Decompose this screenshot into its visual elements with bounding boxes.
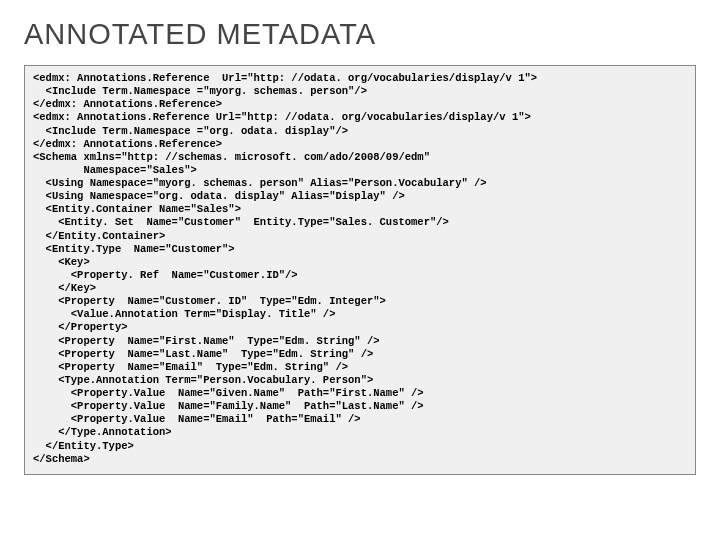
slide-title: ANNOTATED METADATA xyxy=(24,18,696,51)
code-block: <edmx: Annotations.Reference Url="http: … xyxy=(24,65,696,475)
code-content: <edmx: Annotations.Reference Url="http: … xyxy=(33,72,537,465)
